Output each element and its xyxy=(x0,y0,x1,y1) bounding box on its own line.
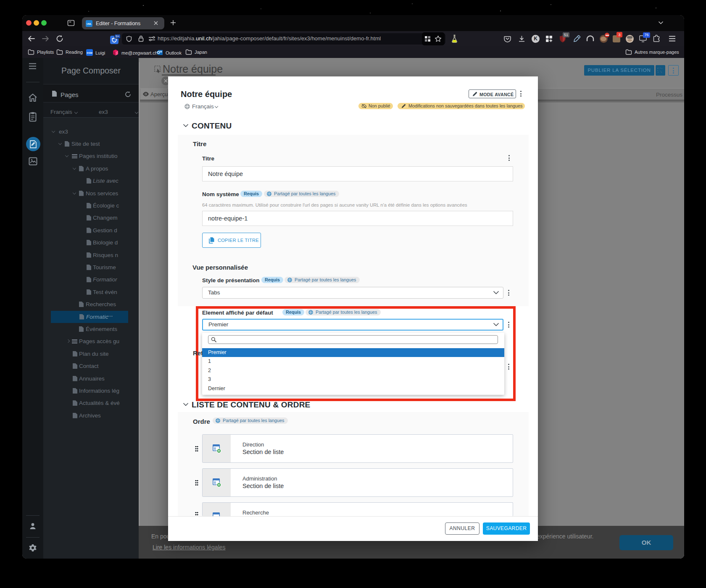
svg-text:DSM: DSM xyxy=(87,52,92,54)
svg-text:UNIL: UNIL xyxy=(87,22,92,25)
